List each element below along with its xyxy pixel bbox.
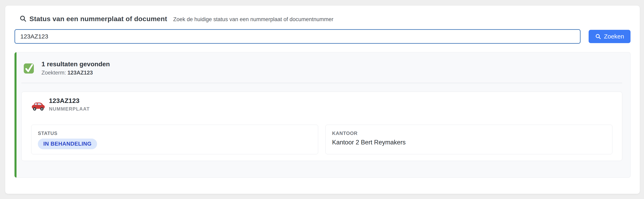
page-title: Status van een nummerplaat of document: [19, 15, 167, 23]
main-card: Status van een nummerplaat of document Z…: [5, 6, 640, 194]
page-header: Status van een nummerplaat of document Z…: [14, 15, 630, 23]
results-term: Zoekterm: 123AZ123: [42, 70, 110, 76]
results-header-text: 1 resultaten gevonden Zoekterm: 123AZ123: [42, 60, 110, 76]
results-panel: 1 resultaten gevonden Zoekterm: 123AZ123: [14, 52, 630, 178]
plate-row: 123AZ123 NUMMERPLAAT: [31, 97, 612, 112]
fields-row: STATUS IN BEHANDELING KANTOOR Kantoor 2 …: [31, 125, 612, 154]
search-icon: [19, 15, 26, 22]
results-header: 1 resultaten gevonden Zoekterm: 123AZ123: [24, 60, 622, 76]
results-term-label: Zoekterm:: [42, 70, 66, 76]
results-divider: [21, 83, 622, 83]
results-term-value: 123AZ123: [68, 70, 93, 76]
status-badge: IN BEHANDELING: [38, 138, 97, 149]
plate-type-label: NUMMERPLAAT: [49, 106, 90, 112]
kantoor-field-box: KANTOOR Kantoor 2 Bert Reymakers: [326, 125, 612, 154]
search-icon: [595, 34, 601, 40]
kantoor-field-value: Kantoor 2 Bert Reymakers: [332, 139, 606, 146]
plate-number: 123AZ123: [49, 97, 90, 104]
check-icon: [24, 63, 34, 74]
plate-text-block: 123AZ123 NUMMERPLAAT: [49, 97, 90, 112]
results-count: 1 resultaten gevonden: [42, 60, 110, 68]
page-subtitle: Zoek de huidige status van een nummerpla…: [173, 16, 333, 22]
kantoor-field-label: KANTOOR: [332, 130, 606, 136]
status-field-label: STATUS: [38, 130, 312, 136]
search-row: Zoeken: [14, 29, 630, 44]
page-title-text: Status van een nummerplaat of document: [30, 15, 167, 22]
status-field-box: STATUS IN BEHANDELING: [31, 125, 318, 154]
search-input[interactable]: [14, 29, 580, 44]
result-card: 123AZ123 NUMMERPLAAT STATUS IN BEHANDELI…: [21, 92, 622, 161]
search-button[interactable]: Zoeken: [588, 30, 630, 43]
search-button-label: Zoeken: [604, 33, 624, 40]
car-icon: [31, 99, 45, 110]
